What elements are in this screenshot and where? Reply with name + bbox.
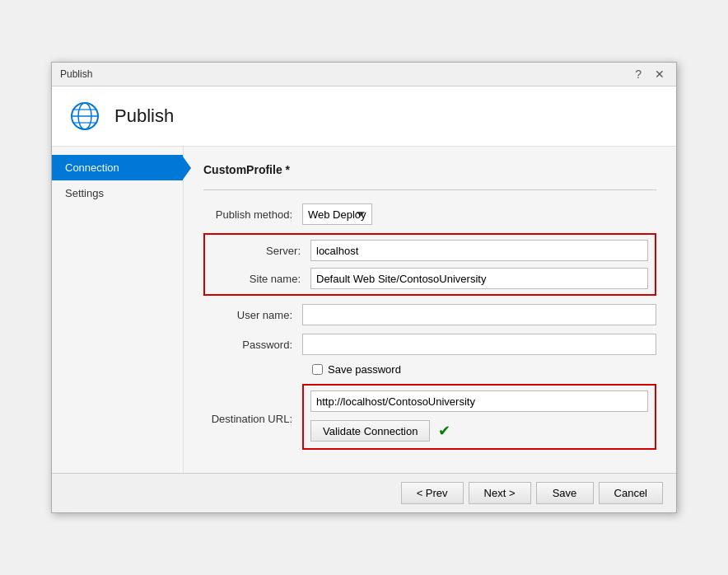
- save-password-checkbox[interactable]: [312, 364, 323, 375]
- save-password-row: Save password: [203, 363, 656, 376]
- destination-url-row: Destination URL: Validate Connection ✔: [203, 384, 656, 453]
- password-label: Password:: [203, 339, 302, 351]
- title-bar-controls: ? ✕: [632, 68, 668, 81]
- save-password-label[interactable]: Save password: [328, 363, 401, 376]
- username-input[interactable]: [302, 304, 656, 325]
- server-label: Server:: [212, 245, 310, 257]
- validate-connection-button[interactable]: Validate Connection: [310, 420, 430, 442]
- section-divider: [203, 189, 656, 190]
- username-label: User name:: [203, 309, 302, 321]
- dialog-body: Connection Settings CustomProfile * Publ…: [52, 147, 676, 473]
- dialog-header: Publish: [52, 86, 676, 147]
- title-bar: Publish ? ✕: [52, 63, 676, 86]
- destination-validate-box: Validate Connection ✔: [302, 384, 656, 450]
- password-row: Password:: [203, 334, 656, 355]
- publish-dialog: Publish ? ✕ Publish Connection Se: [51, 62, 677, 513]
- server-row: Server:: [212, 240, 648, 261]
- dialog-title: Publish: [114, 105, 174, 127]
- sitename-row: Site name:: [212, 268, 648, 289]
- sidebar-item-settings[interactable]: Settings: [52, 180, 183, 206]
- sidebar-item-connection[interactable]: Connection: [52, 155, 183, 180]
- help-button[interactable]: ?: [632, 68, 645, 81]
- title-bar-title: Publish: [60, 68, 92, 80]
- close-button[interactable]: ✕: [651, 68, 668, 81]
- globe-icon: [68, 100, 101, 133]
- prev-button[interactable]: < Prev: [401, 482, 464, 504]
- sitename-input[interactable]: [310, 268, 648, 289]
- sidebar: Connection Settings: [52, 147, 184, 473]
- publish-method-row: Publish method: Web DeployFTPFile System: [203, 203, 656, 225]
- username-row: User name:: [203, 304, 656, 325]
- cancel-button[interactable]: Cancel: [599, 482, 663, 504]
- section-title: CustomProfile *: [203, 163, 656, 176]
- save-button[interactable]: Save: [536, 482, 594, 504]
- main-content: CustomProfile * Publish method: Web Depl…: [184, 147, 676, 473]
- publish-method-label: Publish method:: [203, 208, 302, 221]
- server-input[interactable]: [310, 240, 648, 261]
- sitename-label: Site name:: [212, 273, 310, 285]
- destination-url-container: Validate Connection ✔: [302, 384, 656, 453]
- destination-section: Destination URL: Validate Connection ✔: [203, 384, 656, 453]
- title-bar-left: Publish: [60, 68, 92, 80]
- publish-method-select[interactable]: Web DeployFTPFile System: [302, 203, 372, 225]
- validate-row: Validate Connection ✔: [310, 420, 648, 442]
- destination-url-label: Destination URL:: [203, 413, 302, 425]
- dialog-footer: < Prev Next > Save Cancel: [52, 473, 676, 512]
- destination-url-input[interactable]: [310, 390, 648, 412]
- connection-valid-icon: ✔: [438, 422, 450, 440]
- publish-method-select-wrapper: Web DeployFTPFile System: [302, 203, 656, 225]
- password-input[interactable]: [302, 334, 656, 355]
- next-button[interactable]: Next >: [469, 482, 531, 504]
- server-sitename-box: Server: Site name:: [203, 233, 656, 296]
